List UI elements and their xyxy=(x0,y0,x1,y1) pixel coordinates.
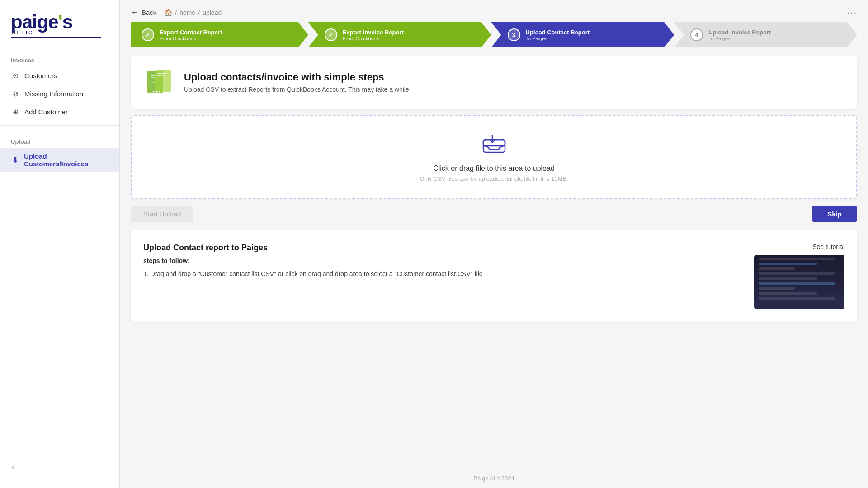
download-icon: ⬇ xyxy=(11,155,19,164)
skip-button[interactable]: Skip xyxy=(812,206,857,222)
logo-area: paige's OFFICE xyxy=(0,0,119,49)
step-3: 3 Upload Contact Report To Paiges xyxy=(491,22,675,47)
step-3-title: Upload Contact Report xyxy=(526,29,590,36)
sidebar-item-missing-label: Missing Information xyxy=(24,90,83,98)
tutorial-content: Upload Contact report to Paiges steps to… xyxy=(143,243,736,309)
sidebar-item-add-label: Add Customer xyxy=(24,108,68,116)
sidebar-item-upload-label: Upload Customers/Invoices xyxy=(24,152,108,168)
see-tutorial-label: See tutorial xyxy=(812,243,844,250)
tutorial-img-inner xyxy=(754,255,844,309)
step-1-sub: From Quickbook xyxy=(160,36,222,41)
invoices-section-label: Invoices xyxy=(0,49,119,66)
step-4-title: Upload Invoice Report xyxy=(708,29,771,36)
content-area: ✓ Export Contact Report From Quickbook ✓… xyxy=(120,22,868,469)
sidebar-item-customers[interactable]: ⊙ Customers xyxy=(0,66,119,84)
more-options-button[interactable]: ··· xyxy=(847,7,857,18)
step-4: 4 Upload Invoice Report To Paiges xyxy=(674,22,857,47)
upload-header-title: Upload contacts/invoice with simple step… xyxy=(184,71,411,83)
plus-icon: ⊕ xyxy=(11,107,20,116)
step-3-icon: 3 xyxy=(508,28,520,41)
sidebar-item-add-customer[interactable]: ⊕ Add Customer xyxy=(0,103,119,121)
drop-zone[interactable]: Click or drag file to this area to uploa… xyxy=(131,115,857,199)
tutorial-card: Upload Contact report to Paiges steps to… xyxy=(131,230,857,322)
step-1: ✓ Export Contact Report From Quickbook xyxy=(131,22,308,47)
upload-header-illustration: CSV xyxy=(143,66,175,98)
code-line-3 xyxy=(759,267,795,270)
sidebar-item-upload[interactable]: ⬇ Upload Customers/Invoices xyxy=(0,148,119,172)
step-1-text: Export Contact Report From Quickbook xyxy=(160,29,222,41)
upload-inbox-icon xyxy=(482,132,506,159)
logo: paige's xyxy=(11,13,108,32)
clock-icon: ⊘ xyxy=(11,89,20,98)
tutorial-steps-label: steps to follow: xyxy=(143,257,736,264)
step-2-title: Export Invoice Report xyxy=(343,29,404,36)
code-line-4 xyxy=(759,272,835,275)
breadcrumb-home[interactable]: home xyxy=(179,9,195,16)
upload-header-text: Upload contacts/invoice with simple step… xyxy=(184,71,411,93)
upload-header-card: CSV Upload contacts/invoice with simple … xyxy=(131,56,857,109)
action-row: Start Upload Skip xyxy=(131,206,857,222)
main-content: ← Back 🏠 / home / upload ··· ✓ Export Co… xyxy=(120,0,868,488)
back-label: Back xyxy=(142,9,156,16)
logo-underline xyxy=(11,37,101,38)
footer-text: Paige AI ©2024 xyxy=(473,475,514,482)
sidebar-collapse-button[interactable]: ‹ xyxy=(9,460,17,474)
drop-zone-sub-text: Only CSV files can be uploaded. Single f… xyxy=(420,175,568,182)
step-2-icon: ✓ xyxy=(325,28,337,41)
step-3-sub: To Paiges xyxy=(526,36,590,41)
step-1-icon: ✓ xyxy=(142,28,154,41)
topbar: ← Back 🏠 / home / upload ··· xyxy=(120,0,868,22)
step-4-icon: 4 xyxy=(690,28,703,41)
sidebar-item-missing-information[interactable]: ⊘ Missing Information xyxy=(0,84,119,103)
logo-apostrophe: ' xyxy=(58,11,62,33)
svg-rect-8 xyxy=(157,75,164,76)
back-button[interactable]: ← Back xyxy=(131,8,156,17)
svg-rect-7 xyxy=(157,73,166,74)
step-4-text: Upload Invoice Report To Paiges xyxy=(708,29,771,41)
code-line-2 xyxy=(759,263,817,265)
step-3-text: Upload Contact Report To Paiges xyxy=(526,29,590,41)
upload-section-label: Upload xyxy=(0,130,119,148)
code-line-7 xyxy=(759,287,795,290)
step-2: ✓ Export Invoice Report From Quickbook xyxy=(308,22,491,47)
tutorial-video-thumbnail[interactable] xyxy=(754,255,844,309)
breadcrumb-separator1: / xyxy=(175,9,177,16)
code-line-5 xyxy=(759,277,817,280)
tutorial-step-1: 1. Drag and drop a "Customer contact lis… xyxy=(143,269,736,279)
drop-zone-main-text: Click or drag file to this area to uploa… xyxy=(433,164,555,173)
breadcrumb-separator2: / xyxy=(198,9,200,16)
tutorial-title: Upload Contact report to Paiges xyxy=(143,243,736,253)
svg-text:CSV: CSV xyxy=(152,90,160,94)
code-line-9 xyxy=(759,297,835,300)
step-4-sub: To Paiges xyxy=(708,36,771,41)
breadcrumb: 🏠 / home / upload xyxy=(165,9,222,16)
footer: Paige AI ©2024 xyxy=(120,469,868,488)
stepper: ✓ Export Contact Report From Quickbook ✓… xyxy=(131,22,857,47)
logo-s: s xyxy=(62,11,72,33)
step-1-title: Export Contact Report xyxy=(160,29,222,36)
step-2-sub: From Quickbook xyxy=(343,36,404,41)
step-2-text: Export Invoice Report From Quickbook xyxy=(343,29,404,41)
code-line-8 xyxy=(759,292,817,295)
sidebar-divider xyxy=(0,125,119,126)
code-line-6 xyxy=(759,282,835,285)
sidebar: paige's OFFICE Invoices ⊙ Customers ⊘ Mi… xyxy=(0,0,120,488)
breadcrumb-upload[interactable]: upload xyxy=(203,9,222,16)
dollar-icon: ⊙ xyxy=(11,71,20,80)
logo-paige: paige xyxy=(11,11,58,33)
home-icon[interactable]: 🏠 xyxy=(165,9,172,16)
upload-header-desc: Upload CSV to extract Reports from Quick… xyxy=(184,86,411,93)
sidebar-item-customers-label: Customers xyxy=(24,72,57,80)
back-arrow-icon: ← xyxy=(131,8,139,17)
start-upload-button[interactable]: Start Upload xyxy=(131,206,193,222)
code-line-1 xyxy=(759,258,835,260)
tutorial-image-area: See tutorial xyxy=(754,243,844,309)
